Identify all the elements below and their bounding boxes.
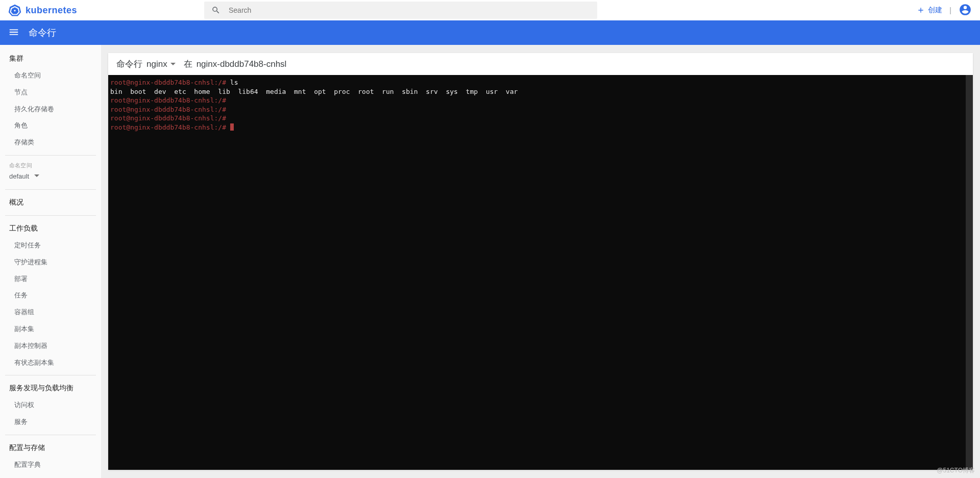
namespace-label: 命名空间 (0, 160, 101, 169)
app-header: kubernetes 创建 | (0, 0, 980, 20)
sidebar-item-cluster-0[interactable]: 命名空间 (0, 67, 101, 84)
search-input[interactable] (229, 6, 590, 14)
create-button[interactable]: 创建 (917, 6, 942, 15)
terminal-prompt: root@nginx-dbddb74b8-cnhsl:/# (110, 123, 964, 132)
sidebar-heading-cluster[interactable]: 集群 (0, 50, 101, 67)
kubernetes-icon (8, 4, 21, 17)
terminal[interactable]: root@nginx-dbddb74b8-cnhsl:/# lsbin boot… (108, 75, 973, 470)
shell-pod-full: nginx-dbddb74b8-cnhsl (197, 59, 287, 69)
sidebar-item-workload-5[interactable]: 副本集 (0, 321, 101, 338)
terminal-prompt: root@nginx-dbddb74b8-cnhsl:/# (110, 96, 964, 105)
sidebar: 集群 命名空间节点持久化存储卷角色存储类 命名空间 default 概况 工作负… (0, 45, 101, 478)
shell-title-prefix: 命令行 (116, 58, 142, 70)
caret-down-icon (170, 62, 176, 67)
sidebar-item-cluster-1[interactable]: 节点 (0, 84, 101, 101)
shell-card: 命令行 nginx 在 nginx-dbddb74b8-cnhsl root@n… (108, 53, 973, 470)
sidebar-item-config-0[interactable]: 配置字典 (0, 457, 101, 473)
sidebar-item-workload-7[interactable]: 有状态副本集 (0, 355, 101, 371)
terminal-prompt: root@nginx-dbddb74b8-cnhsl:/# (110, 114, 964, 123)
terminal-prompt: root@nginx-dbddb74b8-cnhsl:/# (110, 105, 964, 114)
sidebar-heading-discovery[interactable]: 服务发现与负载均衡 (0, 380, 101, 397)
namespace-selected: default (9, 172, 29, 180)
divider (5, 435, 96, 435)
pod-name: nginx (146, 59, 167, 69)
sidebar-item-workload-6[interactable]: 副本控制器 (0, 338, 101, 355)
namespace-selector[interactable]: default (0, 169, 101, 185)
sidebar-item-workload-3[interactable]: 任务 (0, 287, 101, 304)
sidebar-item-cluster-3[interactable]: 角色 (0, 117, 101, 134)
shell-header: 命令行 nginx 在 nginx-dbddb74b8-cnhsl (108, 53, 973, 75)
cursor (230, 123, 234, 131)
page-title: 命令行 (29, 27, 56, 39)
divider (5, 189, 96, 190)
watermark: @51CTO博客 (937, 466, 975, 475)
search-icon (211, 6, 220, 15)
separator: | (949, 6, 951, 14)
divider (5, 155, 96, 156)
create-label: 创建 (928, 6, 942, 15)
sidebar-item-cluster-2[interactable]: 持久化存储卷 (0, 101, 101, 118)
sidebar-heading-overview[interactable]: 概况 (0, 194, 101, 211)
logo[interactable]: kubernetes (8, 4, 204, 17)
plus-icon (917, 6, 925, 14)
sidebar-item-workload-1[interactable]: 守护进程集 (0, 254, 101, 271)
sidebar-item-workload-4[interactable]: 容器组 (0, 304, 101, 321)
sidebar-item-workload-2[interactable]: 部署 (0, 271, 101, 288)
pod-selector[interactable]: nginx (146, 59, 176, 69)
sidebar-heading-workloads[interactable]: 工作负载 (0, 220, 101, 237)
search-box[interactable] (204, 2, 597, 19)
divider (5, 215, 96, 216)
sidebar-item-discovery-1[interactable]: 服务 (0, 414, 101, 431)
divider (5, 375, 96, 375)
main-content: 命令行 nginx 在 nginx-dbddb74b8-cnhsl root@n… (101, 45, 980, 478)
caret-down-icon (34, 173, 39, 179)
user-avatar[interactable] (959, 3, 972, 18)
terminal-prompt: root@nginx-dbddb74b8-cnhsl:/# ls (110, 78, 964, 87)
shell-in-prefix: 在 (184, 58, 192, 70)
terminal-output: bin boot dev etc home lib lib64 media mn… (110, 87, 964, 96)
svg-point-3 (14, 10, 15, 11)
menu-button[interactable] (8, 27, 19, 39)
sidebar-item-discovery-0[interactable]: 访问权 (0, 397, 101, 414)
sidebar-item-cluster-4[interactable]: 存储类 (0, 134, 101, 151)
sidebar-heading-config[interactable]: 配置与存储 (0, 439, 101, 457)
brand-name: kubernetes (26, 5, 77, 16)
header-actions: 创建 | (917, 3, 972, 18)
toolbar: 命令行 (0, 20, 980, 45)
account-circle-icon (959, 3, 972, 16)
sidebar-item-workload-0[interactable]: 定时任务 (0, 237, 101, 254)
menu-icon (8, 27, 19, 38)
